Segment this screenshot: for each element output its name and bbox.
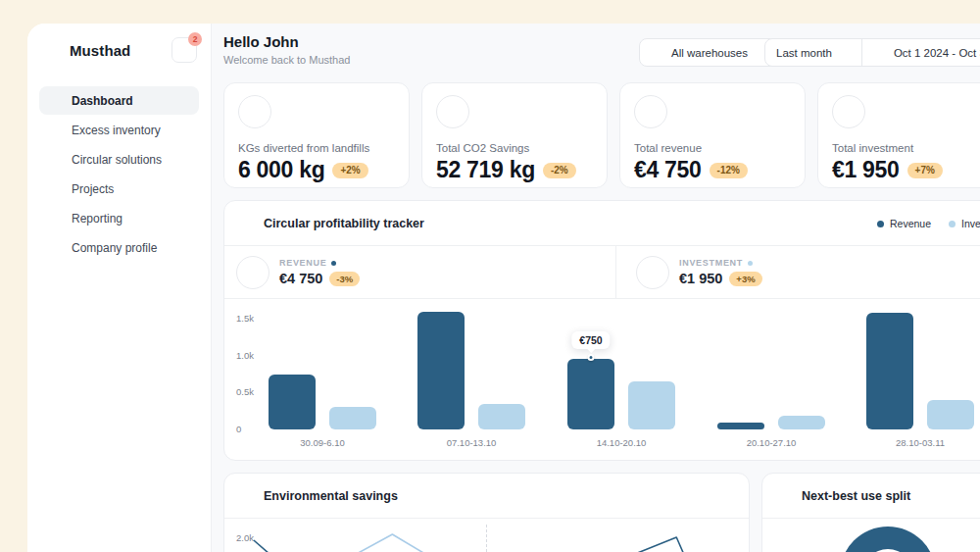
copy-icon	[48, 181, 63, 196]
period-select[interactable]: Last month	[765, 39, 861, 66]
stat-card-label: Total revenue	[634, 142, 791, 154]
stat-delta-badge: +7%	[907, 163, 943, 178]
x-axis-label: 28.10-03.11	[866, 437, 974, 448]
sidebar-item-company-profile[interactable]: Company profile	[39, 233, 199, 262]
stat-card-value: 52 719 kg	[436, 157, 535, 183]
sidebar-item-reporting[interactable]: Reporting	[39, 204, 199, 232]
legend-item-revenue[interactable]: Revenue	[877, 218, 931, 229]
cloud-icon	[445, 104, 461, 120]
layers-icon	[48, 123, 63, 137]
app-window: Musthad 2 DashboardExcess inventoryCircu…	[27, 24, 980, 552]
app-title: Musthad	[70, 42, 130, 59]
date-range-value: Oct 1 2024 - Oct 31 2024	[894, 47, 980, 59]
tooltip-marker-dot	[588, 354, 595, 361]
revenue-bar[interactable]	[866, 313, 913, 429]
sidebar-item-label: Circular solutions	[72, 153, 162, 167]
sidebar-item-label: Excess inventory	[72, 124, 161, 137]
banknote-icon	[643, 104, 659, 120]
notifications-button[interactable]: 2	[172, 37, 197, 63]
cloud-icon-circle	[436, 95, 469, 128]
main-content: Hello John Welcome back to Musthad All w…	[212, 24, 980, 552]
period-select-value: Last month	[776, 47, 832, 59]
revenue-delta-badge: -3%	[329, 272, 360, 286]
banknote-icon	[245, 265, 261, 280]
investment-icon-circle	[832, 95, 865, 128]
logo-row: Musthad 2	[39, 35, 199, 65]
greeting-block: Hello John Welcome back to Musthad	[223, 33, 350, 66]
sidebar-item-dashboard[interactable]: Dashboard	[39, 86, 199, 115]
sidebar-item-circular-solutions[interactable]: Circular solutions	[39, 145, 199, 174]
stat-card-value: €1 950	[832, 157, 900, 183]
recycle-icon	[48, 152, 63, 167]
x-axis-label: 20.10-27.10	[717, 437, 825, 448]
stat-card-label: Total investment	[832, 142, 980, 154]
calendar-icon	[873, 46, 887, 60]
bar-group	[866, 313, 974, 429]
banknote-icon-circle	[634, 95, 667, 128]
sidebar-item-label: Projects	[72, 182, 114, 196]
stat-card-value: €4 750	[634, 157, 702, 183]
stat-card-value-row: 52 719 kg-2%	[436, 157, 593, 183]
stat-cards-row: KGs diverted from landfills6 000 kg+2%To…	[223, 82, 980, 188]
investment-bar[interactable]	[478, 404, 525, 429]
x-axis-label: 30.09-6.10	[269, 437, 376, 448]
legend-label: Investment	[961, 218, 980, 229]
investment-icon	[841, 104, 857, 120]
revenue-dot	[331, 261, 336, 266]
investment-bar[interactable]	[778, 416, 825, 429]
profitability-card: Circular profitability tracker RevenueIn…	[223, 200, 980, 461]
sidebar-item-excess-inventory[interactable]: Excess inventory	[39, 116, 199, 144]
investment-delta-badge: +3%	[729, 272, 761, 286]
date-range-picker[interactable]: Oct 1 2024 - Oct 31 2024	[862, 39, 980, 66]
y-axis-tick: 0	[236, 424, 241, 434]
tshirt-icon	[247, 104, 263, 120]
sidebar-item-label: Reporting	[72, 212, 122, 226]
legend-item-investment[interactable]: Investment	[949, 218, 980, 229]
stat-card: Total revenue€4 750-12%	[619, 82, 806, 188]
sidebar-item-label: Dashboard	[72, 94, 133, 108]
legend-label: Revenue	[890, 218, 931, 229]
y-axis-tick: 1.0k	[236, 350, 254, 361]
stat-delta-badge: -2%	[543, 163, 576, 178]
sidebar-item-projects[interactable]: Projects	[39, 175, 199, 203]
building-icon	[651, 46, 664, 60]
x-axis-label: 14.10-20.10	[567, 437, 675, 448]
tshirt-icon-circle	[238, 95, 271, 128]
investment-ministat-value: €1 950	[679, 271, 722, 286]
pie-chart-icon	[778, 488, 793, 503]
env-line-chart	[224, 519, 749, 552]
investment-bar[interactable]	[628, 381, 675, 429]
investment-icon-circle	[636, 256, 669, 289]
briefcase-icon	[48, 240, 63, 255]
investment-bar[interactable]	[329, 407, 376, 429]
grid-icon	[48, 93, 63, 108]
investment-dot	[748, 261, 753, 266]
stat-card: Total CO2 Savings52 719 kg-2%	[421, 82, 608, 188]
donut-chart[interactable]	[840, 527, 936, 552]
next-best-use-title: Next-best use split	[802, 489, 910, 503]
profitability-title: Circular profitability tracker	[264, 217, 424, 230]
revenue-bar[interactable]	[269, 375, 316, 430]
revenue-bar[interactable]: €750	[567, 359, 614, 429]
revenue-bar[interactable]	[717, 423, 764, 429]
stat-card-value: 6 000 kg	[238, 157, 324, 183]
line-chart-icon	[240, 488, 255, 503]
banknote-icon-circle	[236, 256, 270, 289]
musthad-logo-icon	[41, 39, 63, 61]
warehouse-select-value: All warehouses	[671, 47, 748, 59]
y-axis-tick: 1.5k	[236, 313, 254, 324]
stat-card-label: Total CO2 Savings	[436, 142, 593, 154]
warehouse-select[interactable]: All warehouses	[639, 38, 778, 67]
investment-bar[interactable]	[927, 400, 974, 429]
stat-delta-badge: -12%	[710, 163, 748, 178]
chart-legend: RevenueInvestment	[877, 201, 980, 246]
x-axis-label: 07.10-13.10	[417, 437, 525, 448]
stat-card: Total investment€1 950+7%	[817, 82, 980, 188]
stat-card-value-row: €4 750-12%	[634, 157, 791, 183]
page-subtitle: Welcome back to Musthad	[223, 54, 350, 66]
stat-card: KGs diverted from landfills6 000 kg+2%	[223, 82, 410, 188]
revenue-bar[interactable]	[417, 312, 465, 430]
legend-dot	[877, 221, 884, 227]
notification-count-badge: 2	[188, 32, 202, 46]
investment-ministat-label: INVESTMENT	[679, 258, 743, 268]
